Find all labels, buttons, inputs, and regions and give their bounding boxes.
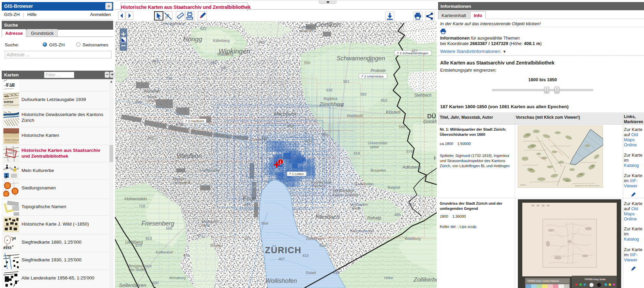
svg-text:435: 435 [367, 59, 373, 63]
svg-text:Tiefenbrunnen: Tiefenbrunnen [349, 229, 374, 233]
svg-text:Val: Val [8, 255, 11, 257]
svg-text:Waldburg: Waldburg [405, 236, 421, 241]
svg-text:Sellenbüren: Sellenbüren [119, 282, 146, 288]
svg-text:Milchbuck: Milchbuck [274, 111, 297, 117]
svg-text:427: 427 [411, 49, 418, 53]
svg-text:TiFFEN Color Control Patches: TiFFEN Color Control Patches [527, 280, 559, 282]
svg-text:Klinik: Klinik [352, 206, 361, 210]
svg-text:Letzigrund: Letzigrund [173, 181, 190, 185]
svg-text:Höngg: Höngg [183, 35, 202, 43]
svg-text:Stettbach: Stettbach [414, 93, 432, 98]
svg-text:Schwamendingen: Schwamendingen [336, 55, 385, 62]
svg-text:eiss’: eiss’ [3, 244, 13, 250]
svg-text:553: 553 [381, 98, 387, 102]
svg-text:Rehalp: Rehalp [367, 215, 381, 220]
svg-text:Brunau: Brunau [210, 243, 222, 247]
svg-text:Rigiblick: Rigiblick [324, 97, 338, 101]
svg-text:424: 424 [306, 139, 312, 143]
svg-text:Oerlikon: Oerlikon [315, 21, 341, 28]
svg-text:Hohenstein: Hohenstein [124, 196, 147, 201]
svg-text:410: 410 [302, 254, 309, 258]
svg-text:813: 813 [146, 236, 152, 241]
svg-text:399: 399 [135, 100, 141, 104]
svg-text:Fluntern: Fluntern [313, 184, 326, 188]
svg-text:718: 718 [139, 204, 145, 208]
svg-text:419: 419 [333, 271, 339, 275]
svg-text:museum: museum [299, 29, 313, 33]
svg-text:KVA: KVA [176, 122, 184, 126]
svg-text:522: 522 [408, 202, 414, 206]
svg-text:Psych. Uniklinik: Psych. Uniklinik [332, 193, 359, 197]
svg-text:Bad: Bad [261, 221, 268, 225]
svg-text:Finster Schweiz: Finster Schweiz [4, 139, 19, 141]
svg-text:550: 550 [304, 61, 310, 65]
svg-text:Annaburg: Annaburg [169, 276, 186, 280]
svg-text:Uto-Staffel: Uto-Staffel [129, 268, 146, 272]
svg-text:Fäll: Fäll [6, 82, 15, 88]
svg-text:461: 461 [152, 59, 159, 63]
svg-text:DÜ: DÜ [427, 113, 436, 120]
svg-text:533: 533 [166, 76, 172, 80]
svg-text:Adlisberg: Adlisberg [402, 164, 421, 170]
svg-text:spital: spital [370, 145, 379, 149]
svg-text:Käferberg: Käferberg [213, 39, 229, 43]
svg-text:427: 427 [197, 233, 203, 237]
svg-text:630: 630 [326, 88, 332, 92]
svg-text:halle: halle [202, 223, 210, 227]
svg-text:448: 448 [258, 40, 264, 44]
svg-text:werze: werze [4, 99, 14, 104]
svg-text:Wiedikon: Wiedikon [177, 153, 202, 159]
svg-text:Probstei: Probstei [371, 68, 386, 73]
svg-text:Zollikerberg: Zollikerberg [413, 276, 437, 283]
svg-text:413: 413 [261, 136, 268, 140]
svg-text:690: 690 [152, 281, 159, 285]
svg-text:Waldhüsli: Waldhüsli [347, 114, 363, 118]
svg-text:Hirslanden: Hirslanden [333, 188, 354, 193]
svg-text:418: 418 [354, 151, 360, 155]
svg-text:870: 870 [135, 243, 141, 247]
svg-text:Klösterli: Klösterli [386, 110, 401, 115]
svg-text:Bad: Bad [319, 243, 326, 247]
svg-text:Insel: Insel [148, 99, 156, 103]
svg-text:562: 562 [210, 61, 216, 65]
svg-text:Kolbenhof: Kolbenhof [156, 250, 173, 254]
svg-text:Zürichhorn: Zürichhorn [306, 236, 324, 241]
svg-text:Altstetten: Altstetten [143, 89, 161, 93]
svg-text:Wollishofen: Wollishofen [265, 277, 297, 284]
svg-text:ZÜRICH: ZÜRICH [265, 245, 301, 255]
svg-text:542: 542 [221, 66, 227, 70]
svg-text:Waidberg: Waidberg [217, 52, 233, 56]
svg-text:522: 522 [200, 27, 206, 31]
svg-text:Gstad: Gstad [306, 271, 316, 275]
svg-text:‘pt: ‘pt [11, 235, 16, 241]
svg-text:Hardbrücke: Hardbrücke [200, 168, 220, 172]
svg-text:407: 407 [279, 257, 285, 261]
svg-text:475: 475 [183, 254, 189, 258]
svg-text:488: 488 [287, 124, 293, 128]
svg-text:561: 561 [343, 80, 349, 84]
svg-text:↗ 1 Letten: ↗ 1 Letten [288, 172, 304, 176]
svg-text:408: 408 [244, 202, 251, 206]
svg-text:Balgrist: Balgrist [388, 185, 400, 189]
svg-text:Höhe: Höhe [384, 276, 393, 280]
svg-text:648: 648 [336, 103, 343, 107]
svg-text:Riesbach: Riesbach [315, 214, 340, 220]
svg-text:Stadelhofen: Stadelhofen [354, 182, 374, 186]
svg-text:Friesenberg: Friesenberg [141, 220, 174, 227]
svg-text:TiFFEN Gray Scale: TiFFEN Gray Scale [584, 278, 606, 281]
svg-text:598: 598 [399, 125, 405, 129]
svg-text:Staatsarchiv des Kantons Züric: Staatsarchiv des Kantons Zürich [575, 185, 599, 187]
svg-text:Enge: Enge [243, 195, 256, 202]
svg-text:574: 574 [406, 149, 413, 154]
svg-text:550: 550 [5, 95, 9, 98]
svg-text:#04010: #04010 [520, 184, 526, 186]
svg-text:↗ 3 Hardturm: ↗ 3 Hardturm [184, 119, 204, 123]
svg-text:465: 465 [322, 132, 328, 136]
svg-text:556: 556 [166, 226, 172, 230]
svg-text:582: 582 [360, 92, 366, 96]
svg-text:Honggerberg: Honggerberg [163, 21, 184, 26]
svg-text:475: 475 [244, 236, 251, 241]
svg-text:403: 403 [147, 136, 153, 140]
svg-text:↗ 2 Unterstrass: ↗ 2 Unterstrass [361, 74, 384, 78]
svg-text:485: 485 [394, 213, 401, 217]
